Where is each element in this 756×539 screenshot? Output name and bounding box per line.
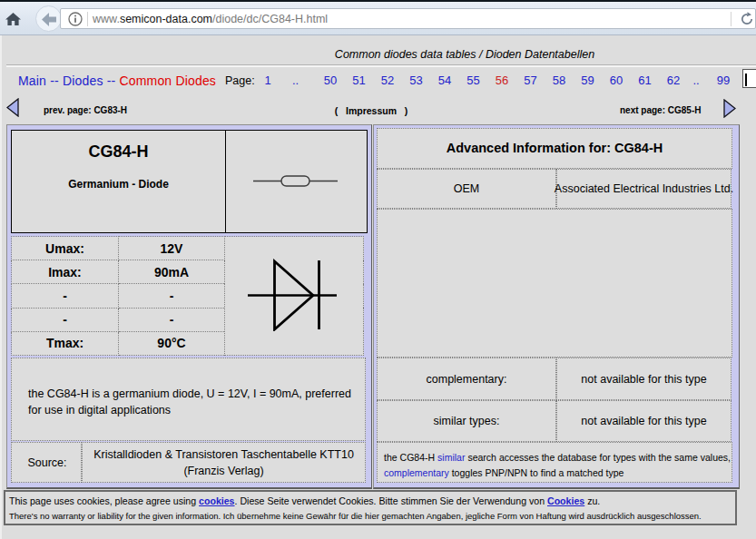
page-link[interactable]: 60 — [610, 74, 623, 87]
note-text: the CG84-H similar search accesses the d… — [384, 450, 731, 480]
cookies-link[interactable]: Cookies — [547, 495, 584, 506]
page-link[interactable]: 53 — [409, 74, 422, 87]
page-link[interactable]: 61 — [638, 74, 651, 87]
page-link[interactable]: 99 — [717, 74, 730, 87]
note-cell: the CG84-H similar search accesses the d… — [377, 442, 732, 483]
page-link[interactable]: 1 — [264, 74, 270, 87]
param-label: Umax: — [12, 237, 119, 260]
source-label-cell: Source: — [11, 442, 82, 483]
source-line1: Kristalldioden & Transistoren Taschentab… — [83, 446, 365, 463]
param-value: - — [119, 308, 225, 331]
page-link[interactable]: 59 — [581, 74, 594, 87]
source-value-cell: Kristalldioden & Transistoren Taschentab… — [82, 442, 366, 483]
complementary-value-cell: not available for this type — [556, 358, 731, 400]
param-label: Tmax: — [12, 331, 119, 355]
page-link-current[interactable]: 56 — [496, 74, 508, 87]
page-link[interactable]: 52 — [381, 74, 394, 87]
oem-label-cell: OEM — [377, 169, 556, 209]
home-button[interactable] — [5, 13, 21, 25]
page-link[interactable]: 54 — [438, 74, 451, 87]
complementary-value: not available for this type — [581, 373, 706, 386]
text-segment: zu. — [584, 495, 600, 506]
site-title: Common diodes data tables / Dioden Daten… — [335, 48, 594, 61]
source-line2: (Franzis Verlag) — [83, 463, 365, 479]
complementary-label-cell: complementary: — [377, 358, 556, 400]
breadcrumb-sep2: -- — [107, 74, 116, 88]
oem-value-cell: Associated Electrical Industries Ltd. — [556, 169, 731, 209]
reload-icon[interactable] — [740, 12, 754, 26]
page-link[interactable]: 55 — [466, 74, 479, 87]
page-link[interactable]: 57 — [524, 74, 536, 87]
part-name: CG84-H — [12, 142, 226, 162]
page-number-input[interactable] — [742, 69, 756, 88]
param-value: 90°C — [119, 331, 225, 355]
similar-value-cell: not available for this type — [556, 400, 731, 442]
text-segment: search accesses the database for types w… — [465, 452, 731, 463]
param-value: 90mA — [119, 260, 225, 284]
browser-chrome: www.semicon-data.com/diode/dc/CG84-H.htm… — [0, 0, 756, 36]
footer-line1: This page uses cookies, please agree usi… — [9, 495, 600, 506]
back-button[interactable] — [35, 5, 62, 32]
complementary-label: complementary: — [427, 373, 507, 386]
prev-page-arrow[interactable] — [6, 98, 19, 117]
param-label: - — [12, 308, 119, 331]
cookie-footer: This page uses cookies, please agree usi… — [4, 490, 737, 525]
urlbar-separator — [87, 12, 88, 26]
advanced-info-panel: Advanced Information for: CG84-H OEM Ass… — [373, 124, 740, 489]
param-label: - — [12, 284, 119, 308]
text-segment: toggles PNP/NPN to find a matched type — [449, 467, 624, 478]
impressum-link[interactable]: ( Impressum ) — [335, 105, 408, 116]
param-value: 12V — [119, 237, 225, 260]
back-icon — [41, 11, 58, 28]
oem-label: OEM — [454, 182, 479, 195]
prev-page-link[interactable]: prev. page: CG83-H — [44, 105, 127, 115]
text-segment: the CG84-H — [384, 452, 437, 463]
part-info-panel: CG84-H Germanium - Diode Umax:12VImax:90… — [6, 124, 372, 489]
part-header-left-cell: CG84-H Germanium - Diode — [12, 131, 226, 232]
cookies-link[interactable]: cookies — [199, 495, 234, 506]
url-text[interactable]: www.semicon-data.com/diode/dc/CG84-H.htm… — [93, 9, 328, 29]
breadcrumb-diodes[interactable]: Diodes — [63, 74, 103, 88]
urlbar-separator2 — [731, 12, 731, 26]
similar-label: similar types: — [434, 415, 500, 427]
text-caret — [745, 74, 747, 86]
page-link[interactable]: 58 — [553, 74, 565, 87]
page-link[interactable]: 51 — [352, 74, 365, 87]
page-link[interactable]: .. — [692, 74, 699, 87]
similar-value: not available for this type — [581, 415, 706, 427]
note-link[interactable]: similar — [437, 452, 465, 463]
url-domain: semicon-data.com — [120, 13, 212, 25]
url-path: /diode/dc/CG84-H.html — [212, 13, 328, 25]
home-icon — [5, 13, 21, 25]
page-link[interactable]: 62 — [667, 74, 680, 87]
advanced-title-cell: Advanced Information for: CG84-H — [377, 128, 732, 169]
description-line1: the CG84-H is a germanium diode, U = 12V… — [28, 386, 351, 402]
advanced-title: Advanced Information for: CG84-H — [378, 141, 731, 155]
param-label: Imax: — [12, 260, 119, 284]
breadcrumb-sep1: -- — [50, 74, 59, 88]
part-type: Germanium - Diode — [12, 178, 226, 191]
breadcrumb-current: Common Diodes — [119, 74, 216, 88]
page-label: Page: — [225, 74, 255, 87]
parameters-table: Umax:12VImax:90mA----Tmax:90°C — [11, 236, 364, 356]
next-page-arrow[interactable] — [723, 99, 736, 118]
param-value: - — [119, 284, 225, 308]
footer-line2: There's no warranty or liability for the… — [9, 511, 702, 521]
empty-cell — [377, 209, 732, 358]
url-bar[interactable]: www.semicon-data.com/diode/dc/CG84-H.htm… — [60, 8, 756, 29]
page-link[interactable]: 50 — [324, 74, 337, 87]
window-left-edge — [0, 35, 2, 539]
info-icon[interactable] — [68, 12, 83, 26]
divider-line — [6, 64, 756, 67]
note-link[interactable]: complementary — [384, 467, 449, 478]
next-page-link[interactable]: next page: CG85-H — [620, 105, 701, 115]
description-line2: for use in digital applications — [28, 402, 351, 418]
breadcrumb-main[interactable]: Main — [18, 74, 46, 88]
breadcrumb: Main -- Diodes -- Common Diodes — [18, 74, 216, 88]
page-link[interactable]: .. — [292, 74, 299, 87]
diode-symbol-icon — [246, 259, 340, 331]
source-row: Source: Kristalldioden & Transistoren Ta… — [11, 442, 366, 483]
source-label: Source: — [12, 456, 83, 469]
text-segment: This page uses cookies, please agree usi… — [9, 495, 199, 506]
similar-label-cell: similar types: — [377, 400, 556, 442]
